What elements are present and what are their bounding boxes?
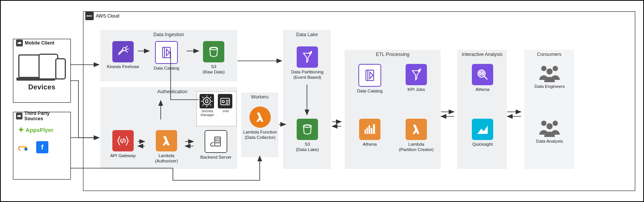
node-data-engineers: Data Engineers xyxy=(529,64,570,89)
svg-point-11 xyxy=(304,125,311,127)
appsflyer-logo: ✦AppsFlyer xyxy=(18,125,53,134)
group-data-ingestion: Data Ingestion Kinesis Firehose Data Cat… xyxy=(100,30,237,81)
node-data-analysts: Data Analysts xyxy=(529,119,570,144)
node-sublabel: (Data Lake) xyxy=(296,147,319,152)
node-label: Lambda xyxy=(408,142,424,146)
node-label: Data Catalog xyxy=(357,89,382,93)
node-lambda-partition: Lambda (Partition Creator) xyxy=(395,119,437,153)
node-sublabel: (Authorizer) xyxy=(155,159,178,163)
facebook-icon: f xyxy=(36,141,48,153)
node-quicksight: Quicksight xyxy=(462,119,503,147)
group-data-lake: Data Lake Data Partitioning (Event Based… xyxy=(283,30,331,169)
athena-icon xyxy=(472,64,493,85)
group-title: Interactive Analysis xyxy=(458,50,507,57)
node-s3-raw: S3 (Raw Data) xyxy=(193,41,235,75)
node-sublabel: (Data Collector) xyxy=(245,135,276,140)
panel-mobile-client: Mobile Client Devices xyxy=(13,39,71,103)
cloud-icon xyxy=(16,113,22,119)
glue-partition-icon xyxy=(297,46,318,68)
node-label: Data Engineers xyxy=(534,84,564,89)
svg-rect-8 xyxy=(215,137,221,146)
users-icon xyxy=(536,64,563,82)
node-data-partitioning: Data Partitioning (Event Based) xyxy=(286,46,328,80)
glue-job-icon xyxy=(406,64,427,85)
kinesis-icon xyxy=(112,41,134,62)
node-label: Lambda Function xyxy=(243,130,277,134)
node-api-gateway: API Gateway xyxy=(102,130,144,158)
node-data-catalog-ingest: Data Catalog xyxy=(145,41,187,71)
lambda-icon xyxy=(156,130,177,151)
node-label: Lambda xyxy=(158,153,174,158)
node-label: Data Partitioning xyxy=(291,70,323,74)
svg-point-1 xyxy=(123,48,126,51)
group-title: ETL Processing xyxy=(345,50,440,57)
svg-point-21 xyxy=(553,121,558,126)
group-etl: ETL Processing Data Catalog KPI Jobs Ath… xyxy=(345,50,441,169)
node-label: S3 xyxy=(305,142,310,146)
iam-label: IAM xyxy=(218,109,234,113)
node-label: Data Analysts xyxy=(536,139,563,143)
svg-point-10 xyxy=(311,51,312,52)
api-gateway-icon xyxy=(112,130,134,151)
aws-logo-icon: aws xyxy=(85,12,94,20)
svg-point-16 xyxy=(479,72,483,73)
svg-point-18 xyxy=(553,66,558,71)
node-kinesis-firehose: Kinesis Firehose xyxy=(102,41,144,69)
athena-icon xyxy=(359,119,380,140)
catalog-icon xyxy=(155,41,178,64)
svg-point-19 xyxy=(547,68,553,75)
node-label: Quicksight xyxy=(472,142,493,146)
node-label: API Gateway xyxy=(110,153,136,158)
panel-title: Mobile Client xyxy=(25,40,54,46)
node-lambda-authorizer: Lambda (Authorizer) xyxy=(145,130,187,164)
svg-point-4 xyxy=(203,98,210,105)
svg-rect-5 xyxy=(206,100,208,103)
secrets-label: Secrets Manager xyxy=(200,109,216,117)
quicksight-icon xyxy=(472,119,493,140)
group-title: Data Ingestion xyxy=(101,30,237,37)
svg-point-20 xyxy=(541,121,547,126)
node-label: KPI Jobs xyxy=(407,87,425,92)
panel-title: Third Party Sources xyxy=(24,111,67,121)
catalog-icon xyxy=(358,64,381,87)
secrets-iam-box: Secrets Manager IAM xyxy=(197,91,237,126)
users-icon xyxy=(536,119,563,137)
s3-icon xyxy=(297,119,318,140)
node-label: S3 xyxy=(211,64,216,69)
group-title: Data Lake xyxy=(283,30,331,37)
lambda-icon xyxy=(249,107,271,128)
group-consumers: Consumers Data Engineers Data Analysts xyxy=(524,50,574,169)
group-title: Workers xyxy=(241,93,278,100)
svg-point-13 xyxy=(418,70,419,71)
lambda-icon xyxy=(406,119,427,140)
server-icon xyxy=(205,130,227,153)
node-label: Backend Server xyxy=(200,155,232,159)
svg-point-0 xyxy=(24,148,27,151)
group-authentication: Authentication Secrets Manager IAM xyxy=(100,87,237,169)
svg-point-3 xyxy=(210,47,217,50)
aws-cloud-title: AWS Cloud xyxy=(96,13,120,19)
group-analysis: Interactive Analysis Athena Quicksight xyxy=(457,50,507,169)
appsflyer-label: AppsFlyer xyxy=(26,127,53,133)
node-kpi-jobs: KPI Jobs xyxy=(395,64,437,92)
node-backend-server: Backend Server xyxy=(195,130,237,160)
group-workers: Workers Lambda Function (Data Collector) xyxy=(241,92,278,157)
node-data-catalog-etl: Data Catalog xyxy=(349,64,391,94)
svg-point-9 xyxy=(309,52,310,54)
node-lambda-collector: Lambda Function (Data Collector) xyxy=(239,107,281,140)
devices-caption: Devices xyxy=(13,83,70,91)
svg-point-14 xyxy=(420,69,421,70)
node-label: Athena xyxy=(476,87,489,92)
cloud-icon xyxy=(16,40,23,46)
node-sublabel: (Partition Creator) xyxy=(399,147,433,152)
s3-icon xyxy=(203,41,224,62)
node-label: Data Catalog xyxy=(153,66,179,70)
aws-cloud-container: aws AWS Cloud Data Ingestion Kinesis Fir… xyxy=(83,11,635,191)
node-label: Kinesis Firehose xyxy=(107,64,139,69)
svg-point-17 xyxy=(541,66,547,71)
svg-point-7 xyxy=(222,100,224,103)
secrets-manager-icon xyxy=(200,94,214,108)
node-sublabel: (Event Based) xyxy=(294,75,321,80)
diagram-canvas: Mobile Client Devices Third Party Source… xyxy=(0,0,644,202)
iam-icon xyxy=(218,94,232,108)
